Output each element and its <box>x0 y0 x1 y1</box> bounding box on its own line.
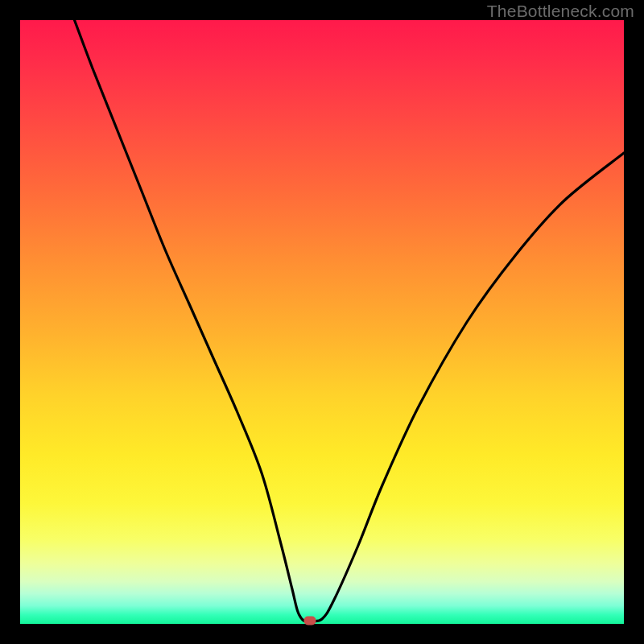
chart-frame: TheBottleneck.com <box>0 0 644 644</box>
bottleneck-curve-path <box>75 20 625 621</box>
curve-svg <box>20 20 624 624</box>
plot-area <box>20 20 624 624</box>
watermark-text: TheBottleneck.com <box>487 2 634 21</box>
optimal-point-marker <box>304 617 316 625</box>
